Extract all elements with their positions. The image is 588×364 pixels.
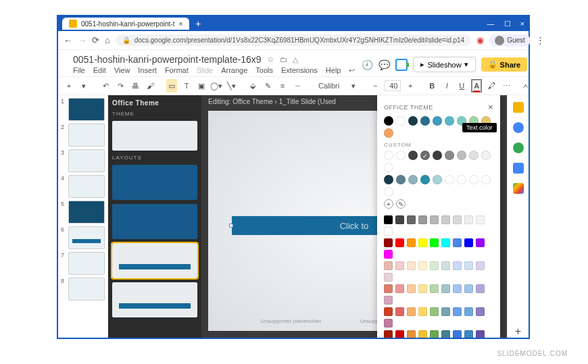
color-swatch[interactable]: [433, 175, 442, 184]
color-swatch[interactable]: [384, 187, 393, 197]
color-swatch[interactable]: [418, 261, 427, 270]
textbox-tool[interactable]: T: [181, 79, 192, 93]
thumb-2[interactable]: [68, 124, 105, 147]
color-swatch[interactable]: [453, 215, 462, 224]
thumb-7[interactable]: [68, 252, 105, 275]
color-swatch[interactable]: [441, 307, 450, 316]
color-swatch[interactable]: [395, 330, 404, 338]
cloud-icon[interactable]: △: [293, 55, 298, 64]
layout-thumb-2[interactable]: [112, 204, 197, 239]
color-swatch[interactable]: [441, 261, 450, 270]
maximize-icon[interactable]: ☐: [504, 20, 511, 28]
color-swatch[interactable]: [384, 296, 393, 305]
color-swatch[interactable]: [418, 215, 427, 224]
minimize-icon[interactable]: —: [487, 20, 495, 28]
eyedropper-button[interactable]: ✎: [396, 199, 406, 209]
calendar-icon[interactable]: [513, 102, 524, 113]
menu-slide[interactable]: Slide: [197, 66, 213, 75]
color-swatch[interactable]: [408, 116, 418, 126]
color-swatch[interactable]: [407, 330, 416, 338]
color-swatch[interactable]: [445, 175, 454, 184]
color-swatch[interactable]: [469, 151, 479, 160]
color-swatch[interactable]: [420, 151, 430, 160]
color-swatch[interactable]: [481, 151, 491, 160]
color-swatch[interactable]: [464, 238, 473, 247]
color-swatch[interactable]: [418, 307, 427, 316]
comment-history-icon[interactable]: 🕘: [362, 59, 373, 70]
contacts-icon[interactable]: [513, 163, 524, 174]
color-swatch[interactable]: [457, 175, 466, 184]
color-swatch[interactable]: [430, 307, 439, 316]
color-swatch[interactable]: [395, 238, 404, 247]
color-swatch[interactable]: [384, 330, 393, 338]
thumb-1[interactable]: [68, 98, 105, 121]
menu-arrange[interactable]: Arrange: [221, 66, 247, 75]
color-swatch[interactable]: [384, 163, 393, 172]
shape-tool[interactable]: ◯▾: [211, 79, 222, 93]
profile-chip[interactable]: Guest: [489, 34, 531, 47]
menu-help[interactable]: Help: [326, 66, 341, 75]
color-swatch[interactable]: [418, 238, 427, 247]
color-swatch[interactable]: [464, 307, 473, 316]
color-swatch[interactable]: [408, 151, 418, 160]
back-icon[interactable]: ←: [64, 35, 72, 45]
color-swatch[interactable]: [464, 215, 473, 224]
color-swatch[interactable]: [384, 227, 393, 236]
color-swatch[interactable]: [469, 175, 479, 184]
share-button[interactable]: 🔒 Share: [481, 57, 528, 72]
color-swatch[interactable]: [384, 175, 393, 184]
color-swatch[interactable]: [433, 151, 442, 160]
chat-icon[interactable]: 💬: [378, 59, 390, 70]
master-thumb[interactable]: [112, 121, 197, 151]
color-swatch[interactable]: [464, 330, 473, 338]
paint-format-button[interactable]: 🖌: [145, 79, 155, 93]
color-swatch[interactable]: [407, 215, 416, 224]
color-swatch[interactable]: [453, 261, 462, 270]
keep-icon[interactable]: [513, 122, 524, 133]
extension-icon[interactable]: ◉: [476, 35, 484, 45]
color-swatch[interactable]: [420, 175, 430, 184]
color-swatch[interactable]: [384, 261, 393, 270]
text-color-button[interactable]: A: [471, 79, 482, 93]
thumb-6[interactable]: [68, 226, 105, 249]
color-swatch[interactable]: [384, 238, 393, 247]
new-tab-button[interactable]: +: [192, 18, 204, 30]
redo-button[interactable]: ↷: [115, 79, 126, 93]
color-swatch[interactable]: [395, 284, 404, 293]
color-swatch[interactable]: [384, 319, 393, 328]
close-tab-icon[interactable]: ×: [178, 20, 182, 28]
forward-icon[interactable]: →: [78, 35, 87, 45]
color-swatch[interactable]: [407, 261, 416, 270]
menu-extensions[interactable]: Extensions: [281, 66, 318, 75]
color-swatch[interactable]: [384, 128, 393, 138]
color-swatch[interactable]: [420, 116, 430, 126]
color-swatch[interactable]: [453, 330, 462, 338]
color-swatch[interactable]: [384, 215, 393, 224]
url-field[interactable]: 🔒 docs.google.com/presentation/d/1Vs8x22…: [116, 34, 471, 46]
menu-format[interactable]: Format: [165, 66, 189, 75]
color-swatch[interactable]: [476, 261, 485, 270]
menu-insert[interactable]: Insert: [138, 66, 157, 75]
color-swatch[interactable]: [418, 284, 427, 293]
color-swatch[interactable]: [476, 330, 485, 338]
color-swatch[interactable]: [384, 284, 393, 293]
reload-icon[interactable]: ⟳: [92, 35, 99, 45]
color-swatch[interactable]: [476, 215, 485, 224]
layout-thumb-4[interactable]: [112, 282, 197, 317]
maps-icon[interactable]: [513, 183, 524, 194]
color-swatch[interactable]: [408, 175, 418, 184]
color-swatch[interactable]: [464, 284, 473, 293]
color-swatch[interactable]: [395, 307, 404, 316]
color-swatch[interactable]: [441, 330, 450, 338]
close-window-icon[interactable]: ×: [520, 20, 524, 28]
color-swatch[interactable]: [407, 284, 416, 293]
close-panel-icon[interactable]: ×: [488, 102, 493, 112]
color-swatch[interactable]: [430, 284, 439, 293]
layout-thumb-1[interactable]: [112, 165, 197, 200]
color-swatch[interactable]: [476, 238, 485, 247]
star-icon[interactable]: ☆: [267, 55, 274, 64]
color-swatch[interactable]: [445, 151, 454, 160]
color-swatch[interactable]: [441, 238, 450, 247]
menu-file[interactable]: File: [73, 66, 85, 75]
image-tool[interactable]: ▣: [196, 79, 207, 93]
